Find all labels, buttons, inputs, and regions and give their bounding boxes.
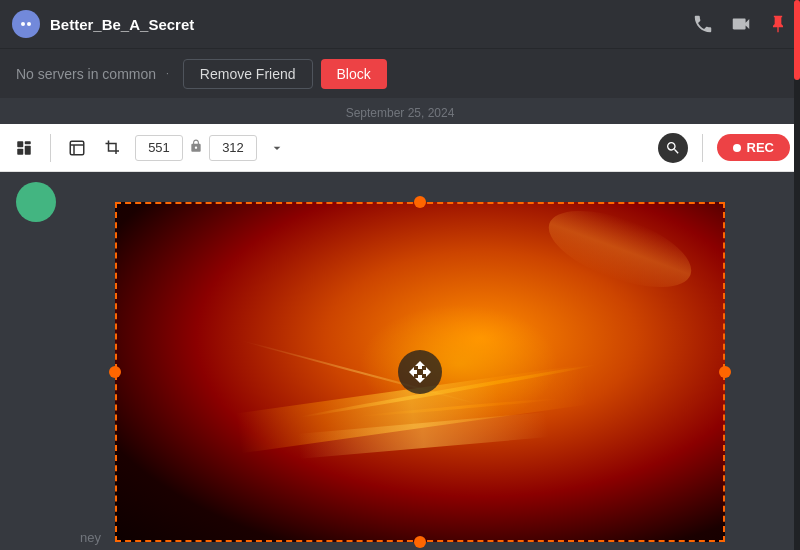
call-icon[interactable] (692, 13, 714, 35)
friend-bar-actions: Remove Friend Block (183, 59, 387, 89)
discord-logo (12, 10, 40, 38)
date-text: September 25, 2024 (346, 106, 455, 120)
username-label: ney (80, 530, 101, 545)
height-input[interactable] (209, 135, 257, 161)
move-icon[interactable] (398, 350, 442, 394)
record-dot-icon (733, 144, 741, 152)
title-username: Better_Be_A_Secret (50, 16, 682, 33)
title-bar: Better_Be_A_Secret (0, 0, 800, 48)
rec-button[interactable]: REC (717, 134, 790, 161)
image-container[interactable] (115, 202, 725, 542)
dropdown-button[interactable] (265, 136, 289, 160)
main-content: ney (0, 172, 800, 544)
search-button[interactable] (658, 133, 688, 163)
dot-separator: · (166, 68, 169, 79)
width-input[interactable] (135, 135, 183, 161)
layout-icon[interactable] (10, 134, 38, 162)
crop-icon[interactable] (99, 134, 127, 162)
date-separator: September 25, 2024 (0, 98, 800, 124)
rec-label: REC (747, 140, 774, 155)
remove-friend-button[interactable]: Remove Friend (183, 59, 313, 89)
scrollbar-thumb[interactable] (794, 0, 800, 80)
toolbar: REC (0, 124, 800, 172)
video-icon[interactable] (730, 13, 752, 35)
friend-bar: No servers in common · Remove Friend Blo… (0, 48, 800, 98)
lock-icon (189, 139, 203, 156)
toolbar-divider-2 (702, 134, 703, 162)
pin-icon[interactable] (768, 14, 788, 34)
no-servers-text: No servers in common (16, 66, 156, 82)
frame-icon[interactable] (63, 134, 91, 162)
handle-left-center[interactable] (109, 366, 121, 378)
svg-rect-6 (70, 141, 84, 155)
svg-rect-5 (17, 148, 23, 154)
handle-right-center[interactable] (719, 366, 731, 378)
title-actions (692, 13, 788, 35)
toolbar-right: REC (658, 133, 790, 163)
scrollbar-right (794, 0, 800, 550)
avatar (16, 182, 56, 222)
handle-top-center[interactable] (414, 196, 426, 208)
svg-rect-2 (17, 141, 23, 147)
size-inputs (135, 135, 257, 161)
block-button[interactable]: Block (321, 59, 387, 89)
svg-rect-3 (25, 141, 31, 144)
svg-point-1 (27, 22, 31, 26)
handle-bottom-center[interactable] (414, 536, 426, 548)
toolbar-divider-1 (50, 134, 51, 162)
svg-point-0 (21, 22, 25, 26)
svg-rect-4 (25, 145, 31, 154)
